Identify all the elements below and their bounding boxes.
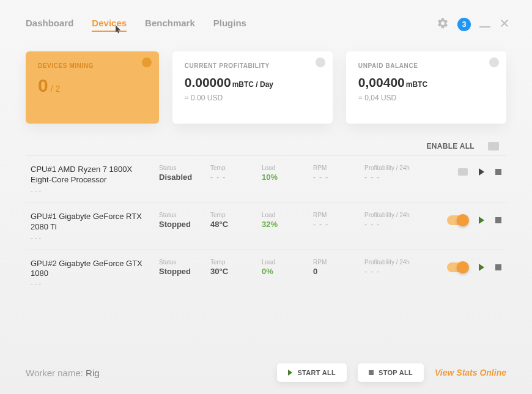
worker-name-value: Rig (86, 368, 100, 378)
nav-plugins[interactable]: Plugins (213, 18, 246, 32)
card-unit: mBTC (406, 80, 427, 89)
stat-value-rpm: - - - (313, 220, 358, 229)
device-row: CPU#1 AMD Ryzen 7 1800X Eight-Core Proce… (26, 155, 506, 203)
device-sub: - - - (31, 234, 149, 241)
notification-badge[interactable]: 3 (457, 18, 471, 31)
stat-value-temp: 30°C (210, 267, 256, 276)
stat-label-temp: Temp (210, 259, 256, 266)
stat-value-rpm: - - - (313, 173, 358, 182)
stat-value-profit: - - - (364, 267, 432, 276)
main-nav: Dashboard Devices Benchmark Plugins (26, 18, 246, 32)
nav-dashboard[interactable]: Dashboard (26, 18, 73, 32)
worker-name: Worker name: Rig (26, 368, 100, 378)
device-name: GPU#1 Gigabyte GeForce RTX 2080 Ti (31, 212, 149, 232)
stop-all-button[interactable]: STOP ALL (358, 363, 424, 382)
summary-cards: DEVICES MINING 0 / 2 CURRENT PROFITABILI… (0, 40, 532, 130)
device-row: GPU#2 Gigabyte GeForce GTX 1080 - - - St… (26, 250, 506, 297)
stat-value-profit: - - - (364, 173, 432, 182)
card-profitability: CURRENT PROFITABILITY 0.00000mBTC / Day … (172, 51, 333, 124)
device-actions (447, 212, 501, 225)
device-start-button[interactable] (479, 217, 484, 224)
stat-label-profit: Profitability / 24h (364, 259, 432, 266)
footer-buttons: START ALL STOP ALL View Stats Online (277, 363, 506, 382)
card-devices-mining: DEVICES MINING 0 / 2 (26, 51, 159, 124)
device-row: GPU#1 Gigabyte GeForce RTX 2080 Ti - - -… (26, 203, 506, 250)
header-controls: 3 (437, 17, 510, 32)
card-title: DEVICES MINING (38, 62, 147, 69)
info-icon[interactable] (316, 58, 325, 67)
enable-all-label: ENABLE ALL (426, 142, 475, 151)
stat-value-load: 32% (262, 220, 307, 229)
card-value: 0.00000mBTC / Day (185, 75, 320, 90)
nav-devices[interactable]: Devices (92, 18, 127, 32)
device-actions (458, 165, 501, 176)
stat-label-temp: Temp (210, 165, 256, 171)
enable-all-toggle[interactable] (488, 142, 499, 151)
close-button[interactable] (499, 18, 510, 31)
worker-name-label: Worker name: (26, 368, 86, 378)
stat-label-load: Load (262, 165, 307, 171)
button-label: START ALL (297, 369, 336, 376)
footer-bar: Worker name: Rig START ALL STOP ALL View… (0, 355, 532, 394)
stat-value-status: Disabled (159, 173, 204, 182)
stat-label-rpm: RPM (313, 212, 358, 218)
device-start-button[interactable] (479, 168, 484, 176)
card-value-number: 0,00400 (358, 75, 405, 89)
start-all-button[interactable]: START ALL (277, 363, 347, 382)
stat-label-rpm: RPM (313, 259, 358, 266)
view-stats-link[interactable]: View Stats Online (435, 368, 506, 377)
device-name: GPU#2 Gigabyte GeForce GTX 1080 (31, 259, 149, 280)
stat-label-rpm: RPM (313, 165, 358, 171)
stat-label-status: Status (159, 212, 204, 218)
stat-label-profit: Profitability / 24h (364, 165, 432, 171)
device-chip-icon[interactable] (458, 168, 468, 176)
stat-label-status: Status (159, 259, 204, 266)
device-enable-toggle[interactable] (447, 262, 468, 272)
stat-value-load: 0% (262, 267, 307, 276)
device-stop-button[interactable] (495, 169, 501, 175)
card-value: 0,00400mBTC (358, 75, 494, 90)
mining-count-value: 0 (38, 75, 48, 96)
device-actions (447, 259, 501, 272)
stat-value-status: Stopped (159, 220, 204, 229)
stat-label-load: Load (262, 212, 307, 218)
card-subvalue: = 0,04 USD (358, 94, 494, 102)
stat-value-status: Stopped (159, 267, 204, 276)
mining-count: 0 / 2 (38, 75, 147, 96)
card-subvalue: = 0.00 USD (185, 94, 320, 102)
stat-label-status: Status (159, 165, 204, 171)
enable-all-row: ENABLE ALL (0, 130, 532, 155)
card-title: CURRENT PROFITABILITY (185, 62, 320, 69)
device-sub: - - - (31, 280, 149, 288)
card-value-number: 0.00000 (185, 75, 231, 89)
app-header: Dashboard Devices Benchmark Plugins 3 (0, 0, 532, 40)
stat-label-profit: Profitability / 24h (364, 212, 432, 218)
card-unpaid-balance: UNPAID BALANCE 0,00400mBTC = 0,04 USD (346, 51, 506, 124)
stat-value-temp: - - - (210, 173, 256, 182)
stat-value-profit: - - - (364, 220, 432, 229)
nav-benchmark[interactable]: Benchmark (145, 18, 195, 32)
button-label: STOP ALL (379, 369, 413, 376)
device-stop-button[interactable] (495, 217, 501, 223)
info-icon[interactable] (489, 58, 499, 67)
info-icon[interactable] (142, 58, 152, 67)
play-icon (288, 370, 292, 376)
device-stop-button[interactable] (495, 264, 501, 270)
gear-icon[interactable] (437, 17, 449, 32)
device-enable-toggle[interactable] (447, 215, 468, 225)
card-unit: mBTC / Day (232, 80, 273, 89)
stop-icon (369, 370, 374, 375)
mining-count-total: / 2 (51, 84, 61, 94)
device-start-button[interactable] (479, 264, 484, 271)
stat-label-load: Load (262, 259, 307, 266)
minimize-button[interactable] (479, 21, 490, 28)
stat-value-rpm: 0 (313, 267, 358, 276)
stat-label-temp: Temp (210, 212, 256, 218)
stat-value-temp: 48°C (210, 220, 256, 229)
device-sub: - - - (31, 187, 149, 194)
card-title: UNPAID BALANCE (358, 62, 494, 69)
device-name: CPU#1 AMD Ryzen 7 1800X Eight-Core Proce… (31, 165, 149, 185)
device-list: CPU#1 AMD Ryzen 7 1800X Eight-Core Proce… (0, 155, 532, 296)
stat-value-load: 10% (262, 173, 307, 182)
